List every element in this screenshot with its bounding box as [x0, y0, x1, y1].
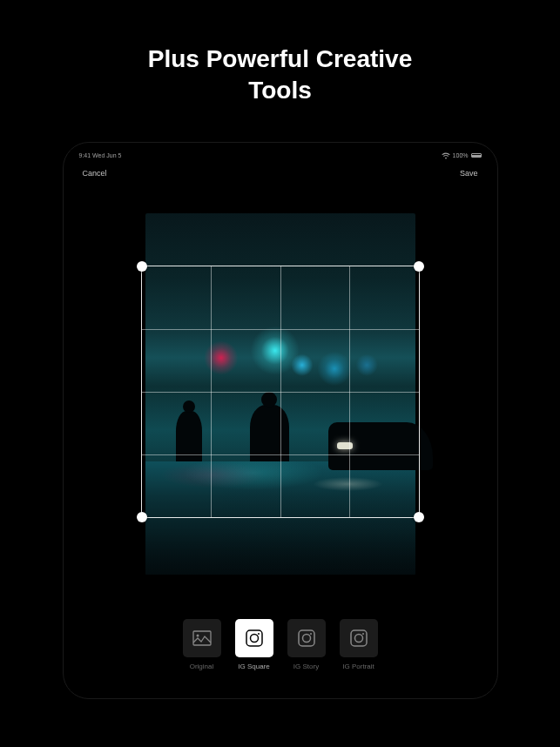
crop-handle-top-right[interactable]: [414, 261, 424, 272]
crop-canvas[interactable]: [71, 185, 490, 603]
crop-option-label: IG Square: [238, 663, 269, 670]
crop-option-igsquare[interactable]: IG Square: [235, 619, 273, 670]
crop-option-original[interactable]: Original: [183, 619, 221, 670]
battery-icon: [471, 153, 482, 158]
device-screen: 9:41 Wed Jun 5 100% Cancel Save: [71, 150, 490, 691]
battery-pct: 100%: [453, 152, 469, 158]
crop-option-label: IG Portrait: [342, 663, 374, 670]
save-button[interactable]: Save: [460, 169, 478, 178]
crop-preset-toolbar: Original IG Square IG Story IG Portrait: [71, 603, 490, 691]
cancel-button[interactable]: Cancel: [83, 169, 107, 178]
svg-point-3: [250, 634, 258, 642]
status-time: 9:41 Wed Jun 5: [79, 152, 122, 158]
svg-rect-8: [351, 630, 367, 646]
photo-preview: [145, 213, 415, 575]
svg-point-7: [310, 633, 312, 635]
crop-option-igportrait[interactable]: IG Portrait: [340, 619, 378, 670]
svg-point-6: [302, 634, 310, 642]
svg-rect-5: [299, 630, 314, 646]
crop-option-label: Original: [190, 663, 214, 670]
portrait-icon: [340, 619, 378, 657]
crop-handle-bottom-left[interactable]: [137, 512, 147, 522]
svg-point-1: [196, 634, 199, 636]
crop-handle-top-left[interactable]: [137, 261, 147, 272]
status-bar: 9:41 Wed Jun 5 100%: [71, 150, 490, 162]
promo-heading: Plus Powerful Creative Tools: [148, 44, 412, 107]
story-icon: [287, 619, 326, 657]
svg-rect-2: [246, 630, 262, 646]
svg-point-4: [258, 633, 260, 635]
square-icon: [235, 619, 273, 657]
svg-rect-0: [193, 631, 211, 645]
editor-top-bar: Cancel Save: [71, 162, 490, 185]
crop-handle-bottom-right[interactable]: [414, 512, 424, 522]
wifi-icon: [442, 152, 450, 159]
silhouette: [250, 405, 289, 461]
crop-option-igstory[interactable]: IG Story: [287, 619, 326, 670]
svg-point-9: [354, 634, 362, 642]
svg-point-10: [362, 633, 364, 635]
image-icon: [183, 619, 221, 657]
device-frame: 9:41 Wed Jun 5 100% Cancel Save: [63, 142, 498, 699]
silhouette: [176, 411, 202, 461]
crop-option-label: IG Story: [293, 663, 319, 670]
